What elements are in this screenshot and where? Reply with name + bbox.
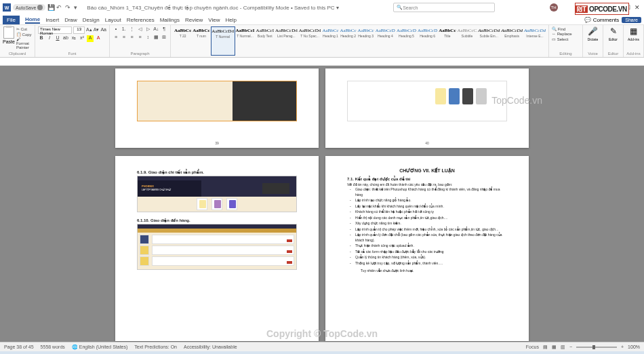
ribbon-tabs: File Home Insert Draw Design Layout Refe… xyxy=(0,15,644,25)
user-avatar[interactable]: TH xyxy=(550,3,558,12)
search-box[interactable]: 🔍 Search xyxy=(393,3,495,12)
paste-button[interactable]: Paste xyxy=(3,26,15,50)
tab-layout[interactable]: Layout xyxy=(105,17,121,23)
style-item[interactable]: AaBbCcIBody Text xyxy=(256,26,275,56)
addins-icon[interactable]: ▦ xyxy=(628,26,639,37)
print-layout-icon[interactable]: ▦ xyxy=(552,345,557,350)
page-42[interactable]: CHƯƠNG VII. KẾT LUẬN 7.1. Kết quả đạt đư… xyxy=(325,156,529,341)
text-predictions[interactable]: Text Predictions: On xyxy=(134,345,177,349)
style-item[interactable]: AaBbCcDHeading 6 xyxy=(417,26,438,56)
dictate-icon[interactable]: 🎤 xyxy=(588,26,599,37)
tab-mailings[interactable]: Mailings xyxy=(160,17,180,23)
style-item[interactable]: AaBbCcDdEmphasis xyxy=(500,26,523,56)
copy-button[interactable]: 📋 Copy xyxy=(16,32,32,37)
select-button[interactable]: ▭ Select xyxy=(552,37,580,41)
bold-button[interactable]: B xyxy=(38,35,45,42)
decrease-indent-button[interactable]: ◁ xyxy=(137,26,144,33)
style-item[interactable]: AaBbCcDHeading 5 xyxy=(396,26,417,56)
watermark-copyright: Copyright © TopCode.vn xyxy=(266,328,378,339)
focus-button[interactable]: Focus xyxy=(526,345,539,349)
document-area[interactable]: 39 6.1.9. Giao diện chi tiết sản phẩm. P… xyxy=(0,66,644,344)
style-item[interactable]: AaBbCcDdList Parag... xyxy=(275,26,298,56)
tab-insert[interactable]: Insert xyxy=(45,17,59,23)
zoom-level[interactable]: 100% xyxy=(628,345,640,349)
qat-dropdown-icon[interactable]: ▾ xyxy=(74,4,81,11)
style-item[interactable]: AaBbCcHeading 3 xyxy=(357,26,375,56)
style-item[interactable]: AaBbCcDdIntense E... xyxy=(523,26,546,56)
show-marks-button[interactable]: ¶ xyxy=(161,26,167,33)
page-indicator[interactable]: Page 38 of 45 xyxy=(4,345,34,349)
list-item: Lập trình quản trị cho phép việc thêm mớ… xyxy=(355,227,507,233)
share-button[interactable]: Share xyxy=(622,17,641,23)
justify-button[interactable]: ≡ xyxy=(137,35,144,41)
font-name-select[interactable]: Times New Roman xyxy=(38,26,72,34)
group-paragraph: • 1. ⋮ ◁ ▷ A↓ ¶ ≡ ≡ ≡ ≡ ↕ ▦ ⊞ Paragraph xyxy=(110,25,171,57)
word-count[interactable]: 5558 words xyxy=(41,345,65,349)
zoom-out-button[interactable]: − xyxy=(569,345,572,349)
web-layout-icon[interactable]: ▥ xyxy=(561,345,565,350)
borders-button[interactable]: ⊞ xyxy=(161,35,167,41)
highlight-button[interactable]: A xyxy=(87,35,94,42)
read-mode-icon[interactable]: ▤ xyxy=(543,345,548,350)
align-left-button[interactable]: ≡ xyxy=(113,35,119,41)
style-item[interactable]: AaBbCcDdT No Spac... xyxy=(298,26,322,56)
increase-font-button[interactable]: A▴ xyxy=(86,27,92,34)
tab-review[interactable]: Review xyxy=(185,17,203,23)
comments-button[interactable]: 💬 Comments xyxy=(584,17,619,23)
language-indicator[interactable]: 🌐 English (United States) xyxy=(72,345,128,350)
page-40[interactable]: 40 xyxy=(325,68,529,148)
font-size-select[interactable]: 13 xyxy=(73,26,85,34)
page-39[interactable]: 39 xyxy=(115,68,319,148)
style-item[interactable]: AaBbCcHeading 1 xyxy=(321,26,339,56)
style-item[interactable]: AaBbCcDdT Normal xyxy=(211,26,235,56)
subscript-button[interactable]: x₂ xyxy=(71,35,77,42)
close-button[interactable]: ✕ xyxy=(635,4,640,11)
zoom-in-button[interactable]: + xyxy=(621,345,624,349)
shading-button[interactable]: ▦ xyxy=(153,35,159,41)
strikethrough-button[interactable]: ab xyxy=(62,35,69,42)
tab-help[interactable]: Help xyxy=(225,17,236,23)
redo-icon[interactable]: ↷ xyxy=(65,4,72,11)
tab-view[interactable]: View xyxy=(208,17,220,23)
style-item[interactable]: AaBbCcT 22 xyxy=(174,26,192,56)
chapter-heading: CHƯƠNG VII. KẾT LUẬN xyxy=(347,168,507,174)
editor-icon[interactable]: ✎ xyxy=(608,26,619,37)
align-right-button[interactable]: ≡ xyxy=(129,35,136,41)
find-button[interactable]: 🔍 Find xyxy=(552,26,580,31)
tab-draw[interactable]: Draw xyxy=(64,17,77,23)
ruler[interactable] xyxy=(0,58,644,66)
style-item[interactable]: AaBbCcDHeading 4 xyxy=(375,26,396,56)
superscript-button[interactable]: x² xyxy=(79,35,85,42)
undo-icon[interactable]: ↶ xyxy=(56,4,63,11)
sort-button[interactable]: A↓ xyxy=(153,26,159,33)
style-item[interactable]: AaBbCcHeading 2 xyxy=(339,26,357,56)
multilevel-button[interactable]: ⋮ xyxy=(129,26,136,33)
align-center-button[interactable]: ≡ xyxy=(121,35,127,41)
zoom-slider[interactable] xyxy=(576,347,617,348)
style-item[interactable]: AaBbCcTitle xyxy=(438,26,456,56)
cut-button[interactable]: ✂ Cut xyxy=(16,26,32,31)
accessibility-indicator[interactable]: Accessibility: Unavailable xyxy=(184,345,237,349)
italic-button[interactable]: I xyxy=(46,35,53,42)
style-item[interactable]: AaBbCcDdSubtle Em... xyxy=(477,26,500,56)
numbering-button[interactable]: 1. xyxy=(121,26,127,33)
style-item[interactable]: AaBbCcIT Normal... xyxy=(235,26,256,56)
tab-references[interactable]: References xyxy=(127,17,155,23)
decrease-font-button[interactable]: A▾ xyxy=(94,27,100,34)
tab-home[interactable]: Home xyxy=(25,16,40,24)
autosave-toggle[interactable]: AutoSave xyxy=(13,4,45,11)
save-icon[interactable]: 💾 xyxy=(47,4,54,11)
style-item[interactable]: AaBbCcCSubtitle xyxy=(457,26,478,56)
change-case-button[interactable]: Aa xyxy=(100,27,106,34)
font-color-button[interactable]: A xyxy=(95,35,102,42)
style-item[interactable]: AaBbCcT num xyxy=(192,26,210,56)
bullets-button[interactable]: • xyxy=(113,26,119,33)
replace-button[interactable]: ↔ Replace xyxy=(552,32,580,36)
line-spacing-button[interactable]: ↕ xyxy=(144,35,151,41)
tab-design[interactable]: Design xyxy=(83,17,100,23)
increase-indent-button[interactable]: ▷ xyxy=(144,26,151,33)
format-painter-button[interactable]: 🖌 Format Painter xyxy=(16,37,32,50)
tab-file[interactable]: File xyxy=(3,16,20,24)
page-41[interactable]: 6.1.9. Giao diện chi tiết sản phẩm. PHOE… xyxy=(115,156,319,341)
underline-button[interactable]: U xyxy=(54,35,61,42)
